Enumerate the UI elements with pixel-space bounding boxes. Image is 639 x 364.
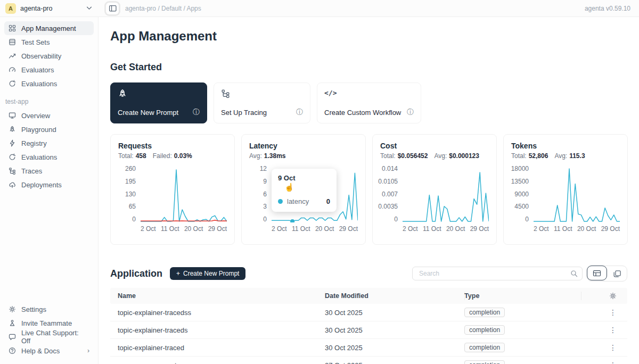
row-menu-button[interactable]: ⋮	[609, 308, 617, 317]
y-tick-label: 65	[129, 204, 136, 210]
search-box[interactable]	[412, 267, 583, 280]
y-tick-label: 130	[125, 192, 136, 197]
create-new-prompt-button[interactable]: + Create New Prompt	[170, 267, 245, 280]
table-row[interactable]: topic-explainer-traceds 30 Oct 2025 comp…	[110, 321, 627, 339]
sidebar-item-label: Registry	[21, 139, 47, 147]
table-view-icon	[593, 269, 601, 277]
table-row[interactable]: topic-explainer-traced 30 Oct 2025 compl…	[110, 339, 627, 357]
tracing-tree-icon	[221, 89, 230, 98]
x-tick-label: 29 Oct	[339, 225, 358, 233]
table-row[interactable]: career-assessment 27 Oct 2025 completion…	[110, 357, 627, 364]
app-date-modified: 30 Oct 2025	[325, 309, 464, 317]
create-custom-workflow-card[interactable]: </> Create Custom Workflow ⓘ	[317, 82, 421, 123]
gauge-icon	[9, 66, 16, 73]
y-tick-label: 12	[260, 166, 267, 172]
search-input[interactable]	[418, 269, 570, 278]
sidebar-item-label: Settings	[21, 305, 46, 313]
app-type: completion	[464, 343, 580, 352]
sidebar-item-label: Invite Teammate	[21, 319, 72, 327]
y-tick-label: 6	[263, 192, 267, 197]
app-name[interactable]: career-assessment	[110, 361, 325, 364]
chart-title: Cost	[380, 142, 489, 150]
sidebar-item-test-sets[interactable]: Test Sets	[4, 35, 94, 49]
sidebar-item-app-management[interactable]: App Management	[4, 21, 94, 35]
info-icon[interactable]: ⓘ	[193, 107, 200, 117]
breadcrumb[interactable]: agenta-pro / Default / Apps	[125, 5, 201, 12]
sidebar-item-evaluators[interactable]: Evaluators	[4, 63, 94, 77]
type-tag: completion	[464, 325, 505, 335]
tree-icon	[9, 167, 16, 175]
x-tick-label: 2 Oct	[272, 225, 287, 233]
collapse-sidebar-button[interactable]	[106, 3, 119, 14]
code-icon: </>	[324, 89, 414, 97]
y-tick-label: 0	[132, 217, 136, 222]
y-tick-label: 4500	[514, 204, 529, 210]
card-view-button[interactable]	[607, 266, 627, 281]
sidebar-item-invite-teammate[interactable]: Invite Teammate	[4, 316, 94, 330]
sidebar-item-overview[interactable]: Overview	[4, 109, 94, 122]
sidebar-item-playground[interactable]: Playground	[4, 122, 94, 136]
column-header-actions	[581, 292, 627, 300]
card-label: Create New Prompt	[118, 109, 178, 117]
cost-line-chart[interactable]	[403, 166, 489, 222]
chart-body: 1800013500900045000	[511, 166, 620, 222]
sidebar-item-label: Evaluations	[21, 80, 57, 88]
y-axis-ticks: 0.0140.01050.0070.00350	[380, 166, 403, 222]
column-header-name[interactable]: Name	[110, 292, 325, 300]
main-content: App Management Get Started Create New Pr…	[99, 17, 639, 364]
y-tick-label: 0.007	[382, 192, 398, 197]
info-icon[interactable]: ⓘ	[296, 107, 303, 117]
app-name[interactable]: topic-explainer-tracedss	[110, 309, 325, 317]
sidebar-item-deployments[interactable]: Deployments	[4, 178, 94, 192]
create-button-label: Create New Prompt	[183, 270, 239, 277]
app-name[interactable]: topic-explainer-traceds	[110, 326, 325, 334]
chart-stats: Total:52,806Avg:115.3	[511, 152, 620, 160]
table-view-button[interactable]	[587, 266, 607, 280]
x-tick-label: 20 Oct	[315, 225, 334, 233]
sidebar-item-label: Evaluators	[21, 66, 54, 74]
app-type: completion	[464, 325, 580, 335]
column-header-type[interactable]: Type	[464, 292, 580, 300]
info-icon[interactable]: ⓘ	[407, 107, 414, 117]
column-header-date-modified[interactable]: Date Modified	[325, 292, 464, 300]
x-tick-label: 29 Oct	[208, 225, 227, 233]
sidebar-item-label: Help & Docs	[21, 347, 60, 355]
chart-stat: Total:$0.056452	[380, 152, 428, 160]
tokens-line-chart[interactable]	[534, 166, 620, 222]
y-tick-label: 13500	[511, 179, 529, 185]
table-row[interactable]: topic-explainer-tracedss 30 Oct 2025 com…	[110, 304, 627, 321]
invite-person-icon	[9, 319, 16, 327]
requests-chart-card: Requests Total:458Failed:0.03% 260195130…	[110, 134, 235, 245]
metrics-cards: Requests Total:458Failed:0.03% 260195130…	[110, 134, 627, 245]
row-menu-button[interactable]: ⋮	[609, 326, 617, 334]
requests-line-chart[interactable]	[141, 166, 227, 222]
app-name[interactable]: topic-explainer-traced	[110, 344, 325, 352]
gear-icon[interactable]	[609, 292, 617, 300]
type-tag: completion	[464, 360, 505, 364]
view-toggle	[587, 266, 627, 282]
sidebar-item-help-docs[interactable]: Help & Docs ›	[4, 344, 94, 358]
sidebar-item-label: Test Sets	[21, 38, 50, 46]
set-up-tracing-card[interactable]: Set Up Tracing ⓘ	[214, 82, 310, 123]
y-tick-label: 0	[263, 217, 267, 222]
chart-line-failed	[141, 220, 227, 221]
tooltip-row: latency 0	[278, 197, 330, 205]
sidebar-item-evaluations-app[interactable]: Evaluations	[4, 150, 94, 164]
workspace-selector[interactable]: A agenta-pro	[0, 3, 99, 14]
chevron-right-icon: ›	[87, 347, 89, 354]
row-menu-button[interactable]: ⋮	[609, 361, 617, 364]
sidebar-item-traces[interactable]: Traces	[4, 164, 94, 178]
chart-stat: Failed:0.03%	[153, 152, 192, 160]
row-menu-button[interactable]: ⋮	[609, 343, 617, 352]
y-tick-label: 9000	[514, 192, 529, 197]
sidebar-item-settings[interactable]: Settings	[4, 302, 94, 316]
sidebar-item-live-chat-support[interactable]: Live Chat Support: Off	[4, 330, 94, 344]
chevron-down-icon	[86, 5, 92, 11]
sidebar-item-registry[interactable]: Registry	[4, 136, 94, 150]
sidebar-item-label: Deployments	[21, 181, 62, 189]
sidebar-item-observability[interactable]: Observability	[4, 49, 94, 63]
sidebar-item-evaluations[interactable]: Evaluations	[4, 77, 94, 90]
chart-title: Latency	[249, 142, 358, 150]
x-tick-label: 11 Oct	[292, 225, 310, 233]
create-new-prompt-card[interactable]: Create New Prompt ⓘ	[110, 82, 207, 123]
